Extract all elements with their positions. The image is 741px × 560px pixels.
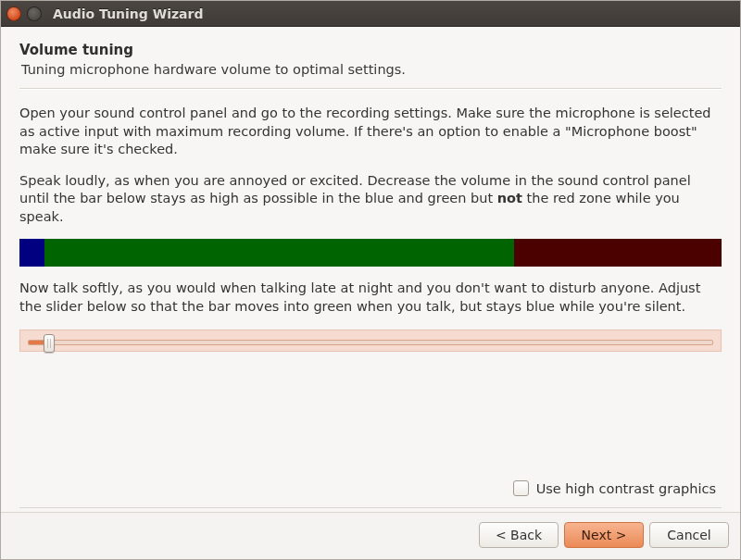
footer-divider (19, 507, 722, 508)
next-button[interactable]: Next > (564, 522, 644, 548)
audio-tuning-wizard-window: Audio Tuning Wizard Volume tuning Tuning… (0, 0, 741, 560)
close-icon[interactable] (6, 6, 21, 21)
page-title: Volume tuning (19, 42, 722, 58)
high-contrast-checkbox[interactable] (513, 480, 529, 496)
page-subtitle: Tuning microphone hardware volume to opt… (21, 62, 722, 77)
cancel-button[interactable]: Cancel (649, 522, 729, 548)
slider-thumb[interactable] (44, 334, 55, 353)
sensitivity-slider[interactable] (19, 330, 722, 352)
meter-green-zone (44, 239, 515, 267)
high-contrast-label: Use high contrast graphics (536, 481, 716, 496)
volume-meter (19, 239, 722, 267)
window-title: Audio Tuning Wizard (53, 6, 203, 21)
meter-blue-zone (19, 239, 44, 267)
titlebar[interactable]: Audio Tuning Wizard (1, 1, 740, 27)
divider (19, 88, 722, 90)
back-button[interactable]: < Back (479, 522, 559, 548)
footer-buttons: < Back Next > Cancel (1, 512, 740, 559)
meter-red-zone (514, 239, 722, 267)
minimize-icon[interactable] (27, 6, 42, 21)
instructions-paragraph-3: Now talk softly, as you would when talki… (19, 280, 722, 316)
slider-track[interactable] (28, 340, 713, 345)
instructions-paragraph-2: Speak loudly, as when you are annoyed or… (19, 172, 722, 227)
high-contrast-row[interactable]: Use high contrast graphics (19, 480, 722, 507)
content-area: Volume tuning Tuning microphone hardware… (1, 27, 740, 512)
para2-bold: not (497, 191, 522, 205)
instructions-paragraph-1: Open your sound control panel and go to … (19, 105, 722, 159)
